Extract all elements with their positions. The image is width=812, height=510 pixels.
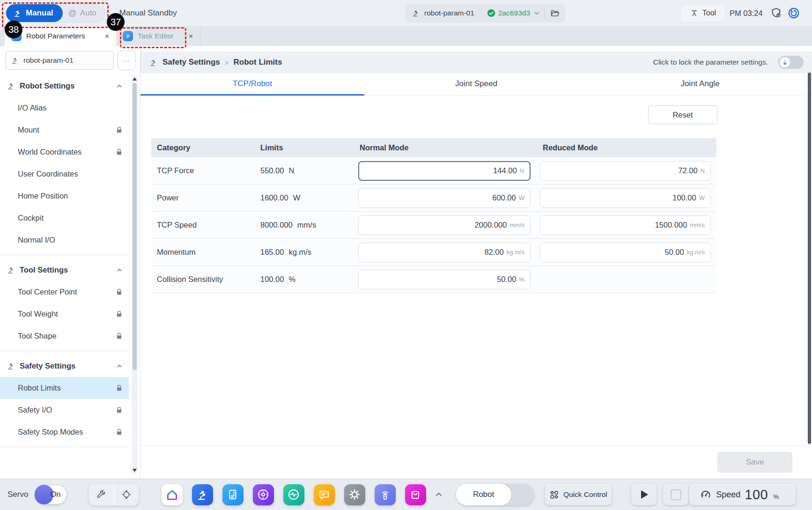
robot-sim-toggle[interactable]: Robot	[456, 484, 535, 505]
tool-button-label: Tool	[702, 9, 716, 17]
table-row-tcp-speed: TCP Speed 8000.000mm/s 2000.000mm/s 1500…	[151, 212, 716, 239]
param-name-input[interactable]: robot-param-01	[6, 51, 114, 70]
shopping-bag-icon	[409, 488, 421, 501]
sidebar-item-safety-io[interactable]: Safety I/O	[0, 399, 129, 421]
close-icon[interactable]: ✕	[188, 33, 193, 40]
tab-joint-speed[interactable]: Joint Speed	[364, 73, 588, 96]
sync-reset-button[interactable]	[788, 7, 800, 19]
tab-task-editor[interactable]: Task Editor ✕	[116, 26, 200, 46]
lock-icon	[115, 310, 123, 318]
task-editor-app-button[interactable]	[222, 484, 244, 505]
speed-control-button[interactable]: Speed 100 %	[689, 484, 796, 505]
sync-spiral-icon	[788, 7, 800, 19]
reduced-mode-input[interactable]: 50.00kg.m/s	[540, 243, 711, 262]
sidebar-item-world-coordinates[interactable]: World Coordinates	[0, 141, 129, 163]
sidebar-item-normal-io[interactable]: Normal I/O	[0, 229, 129, 251]
scroll-down-icon[interactable]	[132, 467, 138, 473]
row-category: Momentum	[151, 248, 238, 257]
safety-shield-button[interactable]	[770, 7, 782, 19]
robot-arm-icon	[412, 9, 420, 17]
clock: PM 03:24	[730, 0, 763, 26]
lock-hint-text: Click to lock the parameter settings.	[653, 58, 768, 67]
more-options-button[interactable]: ···	[118, 51, 135, 70]
home-app-button[interactable]	[162, 484, 183, 505]
sidebar-item-safety-stop-modes[interactable]: Safety Stop Modes	[0, 421, 129, 443]
auto-mode-button[interactable]: @ Auto	[63, 8, 105, 18]
robot-sim-toggle-label: Robot	[456, 484, 511, 505]
breadcrumb-section[interactable]: Safety Settings	[162, 58, 220, 67]
sidebar: robot-param-01 ··· Robot Settings I/O Al…	[0, 46, 140, 479]
sidebar-item-tool-center-point[interactable]: Tool Center Point	[0, 281, 129, 303]
speed-value: 100	[745, 487, 768, 503]
main-content: Safety Settings > Robot Limits Click to …	[140, 46, 812, 479]
divider	[0, 351, 129, 351]
chevron-up-icon	[116, 362, 123, 370]
scrollbar-thumb[interactable]	[133, 83, 137, 370]
sidebar-item-tool-weight[interactable]: Tool Weight	[0, 303, 129, 325]
save-button[interactable]: Save	[717, 452, 792, 473]
normal-mode-input[interactable]: 82.00kg.m/s	[358, 243, 531, 262]
row-category: TCP Speed	[151, 221, 238, 229]
quick-control-button[interactable]: Quick Control	[545, 484, 612, 505]
remote-control-icon	[379, 488, 391, 501]
monitoring-app-button[interactable]	[283, 484, 304, 505]
sidebar-section-tool-settings[interactable]: Tool Settings	[0, 259, 129, 281]
sidebar-menu: Robot Settings I/O Alias Mount World Coo…	[0, 75, 129, 451]
speed-gauge-icon	[700, 488, 712, 501]
table-row-tcp-force: TCP Force 550.00N 144.00N 72.00N	[151, 157, 716, 185]
reduced-mode-input[interactable]: 1500.000mm/s	[540, 215, 711, 235]
tab-tcp-robot[interactable]: TCP/Robot	[140, 73, 364, 96]
sidebar-item-tool-shape[interactable]: Tool Shape	[0, 325, 129, 347]
shield-lock-icon	[770, 7, 782, 19]
sidebar-section-safety-settings[interactable]: Safety Settings	[0, 355, 129, 377]
store-app-button[interactable]	[405, 484, 426, 505]
collapse-dock-button[interactable]	[434, 489, 444, 500]
jog-app-button[interactable]	[253, 484, 274, 505]
content-scrollbar-thumb[interactable]	[808, 73, 811, 444]
remote-control-app-button[interactable]	[375, 484, 396, 505]
normal-mode-input[interactable]: 600.00W	[358, 188, 531, 208]
lock-icon	[115, 288, 123, 296]
reduced-mode-input[interactable]: 100.00W	[540, 188, 711, 208]
settings-app-button[interactable]	[344, 484, 365, 505]
sidebar-item-user-coordinates[interactable]: User Coordinates	[0, 163, 129, 185]
normal-mode-input[interactable]: 50.00%	[358, 270, 531, 289]
row-category: TCP Force	[151, 166, 238, 175]
open-file-button[interactable]	[545, 4, 565, 22]
row-category: Power	[151, 193, 238, 202]
sidebar-item-io-alias[interactable]: I/O Alias	[0, 97, 129, 119]
scroll-up-icon[interactable]	[132, 75, 138, 82]
wrench-button[interactable]	[89, 489, 113, 500]
sidebar-item-mount[interactable]: Mount	[0, 119, 129, 141]
tab-joint-angle[interactable]: Joint Angle	[588, 73, 812, 96]
reset-button[interactable]: Reset	[648, 105, 717, 124]
save-bar: Save	[140, 445, 812, 479]
robot-parameters-tab-label: Robot Parameters	[26, 32, 100, 40]
robot-arm-icon	[13, 9, 22, 18]
tool-button[interactable]: Tool	[680, 4, 726, 22]
quick-control-icon	[549, 490, 559, 500]
parameter-lock-toggle[interactable]	[778, 56, 804, 69]
active-parameter-dropdown[interactable]: robot-param-01 2ac693d3	[405, 4, 565, 22]
app-dock	[162, 484, 426, 505]
sidebar-section-robot-settings[interactable]: Robot Settings	[0, 75, 129, 97]
stop-button[interactable]	[663, 484, 689, 505]
auto-icon: @	[68, 8, 77, 18]
lock-icon	[115, 406, 123, 414]
sidebar-item-robot-limits[interactable]: Robot Limits	[0, 377, 129, 399]
sidebar-scrollbar[interactable]	[132, 75, 138, 474]
robot-settings-app-button[interactable]	[192, 484, 213, 505]
log-app-button[interactable]	[314, 484, 335, 505]
align-move-button[interactable]	[114, 489, 139, 500]
sidebar-item-home-position[interactable]: Home Position	[0, 185, 129, 207]
manual-mode-button[interactable]: Manual	[6, 4, 63, 22]
commit-id: 2ac693d3	[498, 9, 530, 17]
chevron-up-icon	[116, 82, 123, 90]
normal-mode-input[interactable]: 2000.000mm/s	[358, 215, 531, 235]
normal-mode-input[interactable]: 144.00N	[358, 161, 531, 181]
sidebar-item-cockpit[interactable]: Cockpit	[0, 207, 129, 229]
close-icon[interactable]: ✕	[104, 33, 110, 40]
servo-toggle[interactable]: On	[35, 485, 67, 504]
reduced-mode-input[interactable]: 72.00N	[540, 161, 711, 181]
play-button[interactable]	[631, 484, 657, 505]
